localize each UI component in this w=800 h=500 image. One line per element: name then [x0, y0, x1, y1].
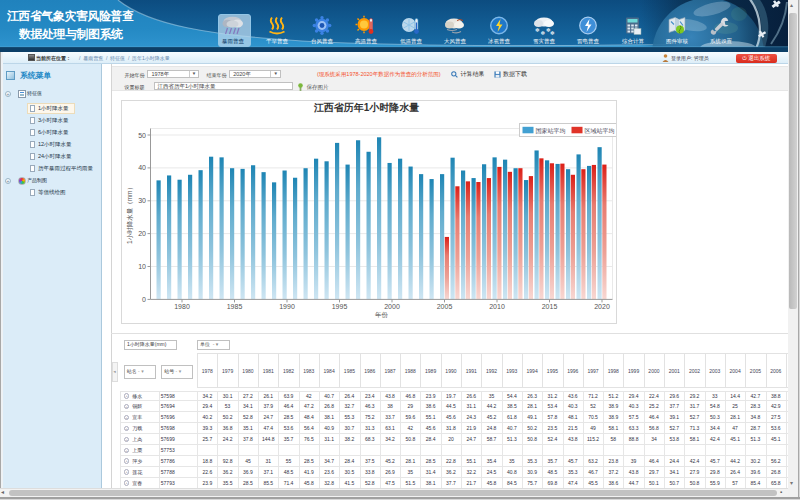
svg-text:30: 30 — [138, 197, 146, 204]
svg-text:国家站平均: 国家站平均 — [535, 127, 565, 135]
svg-text:1980: 1980 — [174, 303, 190, 310]
svg-text:2005: 2005 — [436, 303, 452, 310]
svg-text:2020: 2020 — [594, 303, 610, 310]
svg-text:❄: ❄ — [550, 30, 555, 36]
svg-text:数据处理与制图系统: 数据处理与制图系统 — [18, 27, 124, 41]
svg-text:1985: 1985 — [226, 303, 242, 310]
svg-text:40: 40 — [138, 164, 146, 171]
svg-text:❄: ❄ — [535, 27, 540, 33]
svg-text:❄: ❄ — [541, 30, 546, 36]
svg-text:2015: 2015 — [541, 303, 557, 310]
svg-text:0: 0 — [142, 296, 146, 303]
svg-text:2000: 2000 — [384, 303, 400, 310]
svg-text:年份: 年份 — [375, 311, 389, 319]
svg-text:1990: 1990 — [279, 303, 295, 310]
svg-text:1小时降水量（mm）: 1小时降水量（mm） — [125, 184, 133, 244]
svg-text:江西省历年1小时降水量: 江西省历年1小时降水量 — [312, 102, 419, 113]
svg-text:20: 20 — [138, 230, 146, 237]
svg-text:江西省气象灾害风险普查: 江西省气象灾害风险普查 — [6, 9, 134, 23]
svg-text:10: 10 — [138, 263, 146, 270]
svg-text:50: 50 — [138, 132, 146, 139]
svg-text:区域站平均: 区域站平均 — [584, 127, 614, 135]
svg-text:2010: 2010 — [489, 303, 505, 310]
svg-text:1995: 1995 — [331, 303, 347, 310]
